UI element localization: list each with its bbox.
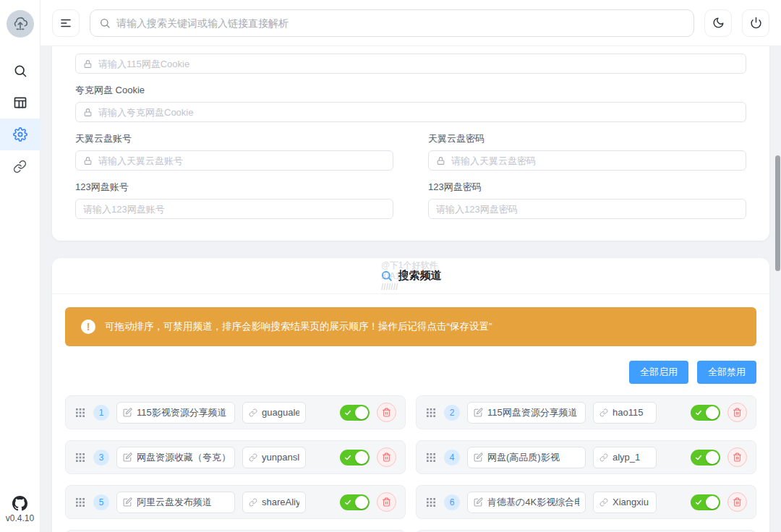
trash-icon (733, 408, 742, 417)
link-icon (249, 498, 257, 507)
global-search-input[interactable] (116, 17, 685, 29)
channel-id-input[interactable] (613, 407, 650, 418)
gear-icon (13, 127, 27, 142)
check-icon (695, 409, 702, 416)
sidebar-item-search[interactable] (0, 55, 40, 87)
channel-id-input[interactable] (262, 407, 299, 418)
drag-handle-icon[interactable] (74, 452, 86, 463)
pan123-password-field (428, 199, 746, 219)
tianyi-password-input[interactable] (451, 155, 738, 166)
lock-icon (83, 108, 93, 117)
channel-enabled-toggle[interactable] (340, 405, 370, 421)
channel-row: 6 (416, 485, 756, 519)
drag-handle-icon[interactable] (74, 497, 86, 508)
sidebar-item-links[interactable] (0, 150, 40, 182)
channel-enabled-toggle[interactable] (691, 405, 720, 421)
pan123-account-input[interactable] (83, 204, 385, 215)
drag-handle-icon[interactable] (425, 407, 437, 419)
channel-name-input[interactable] (137, 497, 229, 507)
delete-channel-button[interactable] (727, 492, 747, 512)
check-icon (344, 454, 351, 461)
delete-channel-button[interactable] (377, 447, 396, 467)
channel-id-input[interactable] (613, 497, 650, 507)
pan123-password-input[interactable] (436, 204, 738, 215)
toggle-knob (706, 451, 719, 464)
toggle-knob (355, 451, 368, 464)
channel-enabled-toggle[interactable] (691, 494, 720, 510)
global-search-box (90, 9, 694, 37)
edit-icon (123, 497, 132, 507)
delete-channel-button[interactable] (727, 403, 747, 422)
channel-row: 1 (65, 395, 406, 429)
channel-enabled-toggle[interactable] (691, 450, 720, 466)
channel-name-input[interactable] (487, 497, 579, 507)
tianyi-password-label: 天翼云盘密码 (428, 132, 746, 145)
channel-name-input[interactable] (487, 407, 579, 418)
search-channels-card: @下1个好软件 XIA1G /////// 搜索频道 ! 可拖动排序，可禁用频道… (52, 258, 769, 532)
lock-icon (83, 59, 93, 69)
search-icon (380, 270, 393, 282)
theme-toggle-button[interactable] (704, 9, 732, 37)
link-icon (13, 160, 27, 173)
tianyi-account-input[interactable] (98, 155, 385, 166)
drag-handle-icon[interactable] (74, 407, 86, 419)
channel-id-input[interactable] (262, 452, 299, 463)
sidebar-item-settings[interactable] (0, 119, 40, 150)
delete-channel-button[interactable] (377, 492, 396, 512)
toggle-knob (706, 496, 719, 509)
link-icon (599, 453, 608, 462)
edit-icon (123, 452, 132, 462)
cookie115-field (75, 53, 746, 74)
delete-channel-button[interactable] (377, 403, 396, 422)
channel-id-input[interactable] (262, 497, 299, 507)
toggle-knob (355, 406, 368, 419)
link-icon (249, 453, 257, 462)
pan123-account-field (75, 199, 393, 219)
trash-icon (382, 408, 391, 417)
search-icon (99, 17, 111, 29)
link-icon (249, 408, 257, 417)
channel-enabled-toggle[interactable] (340, 494, 370, 510)
pan123-account-label: 123网盘账号 (75, 181, 393, 194)
link-icon (599, 498, 608, 507)
channel-name-input[interactable] (137, 452, 229, 463)
drag-handle-icon[interactable] (425, 497, 437, 508)
trash-icon (382, 497, 391, 507)
power-icon (750, 17, 762, 29)
sidebar-collapse-button[interactable] (52, 9, 80, 37)
github-icon[interactable] (12, 496, 27, 511)
edit-icon (474, 408, 483, 417)
quark-cookie-label: 夸克网盘 Cookie (75, 84, 746, 97)
channel-row: 3 (65, 440, 406, 474)
disable-all-button[interactable]: 全部禁用 (697, 361, 756, 384)
cookie115-input[interactable] (98, 59, 738, 69)
trash-icon (733, 497, 742, 507)
channel-grid: 1 (65, 395, 756, 532)
channel-enabled-toggle[interactable] (340, 450, 370, 466)
page-scrollbar[interactable] (775, 155, 780, 271)
edit-icon (474, 497, 483, 507)
drag-handle-icon[interactable] (425, 452, 437, 463)
channel-row: 4 (416, 440, 756, 474)
app-logo[interactable] (7, 10, 34, 38)
channel-name-input[interactable] (137, 407, 229, 418)
channel-name-field (116, 492, 235, 513)
sidebar-footer: v0.4.10 (6, 496, 34, 523)
sidebar-item-resources[interactable] (0, 87, 40, 119)
power-button[interactable] (742, 9, 769, 37)
tianyi-account-label: 天翼云盘账号 (75, 132, 393, 145)
channel-name-field (116, 447, 235, 468)
lock-icon (436, 156, 445, 166)
channel-name-field (467, 447, 586, 468)
channel-name-input[interactable] (487, 452, 579, 463)
trash-icon (733, 452, 742, 462)
cloud-upload-logo-icon (12, 16, 28, 32)
delete-channel-button[interactable] (727, 447, 747, 467)
channel-name-field (467, 402, 586, 424)
quark-cookie-input[interactable] (98, 107, 738, 118)
check-icon (695, 499, 702, 506)
enable-all-button[interactable]: 全部启用 (629, 361, 688, 384)
edit-icon (123, 408, 132, 417)
link-icon (599, 408, 608, 417)
channel-id-input[interactable] (613, 452, 650, 463)
